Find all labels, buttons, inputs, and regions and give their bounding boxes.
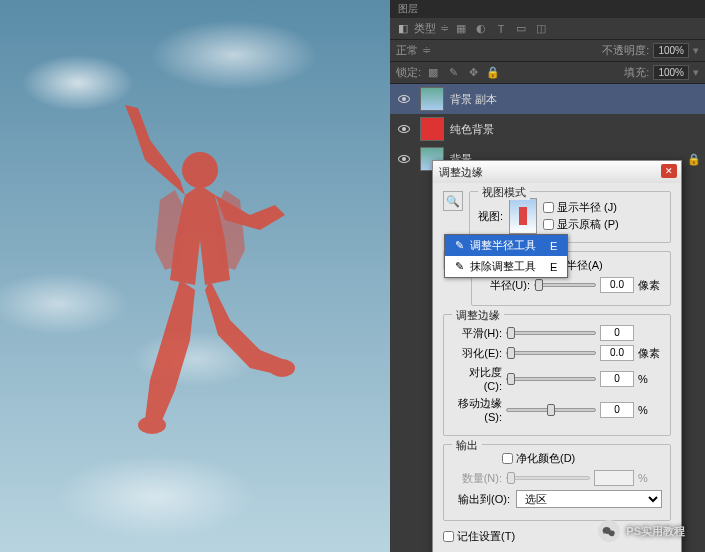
opacity-value[interactable]: 100% <box>653 43 689 58</box>
amount-value <box>594 470 634 486</box>
show-original-check[interactable]: 显示原稿 (P) <box>543 217 619 232</box>
view-mode-select[interactable] <box>509 198 537 234</box>
layer-row[interactable]: 纯色背景 <box>390 114 705 144</box>
refine-brush-icon: ✎ <box>455 239 464 252</box>
contrast-slider[interactable] <box>506 377 596 381</box>
output-legend: 输出 <box>452 438 482 453</box>
shift-value[interactable]: 0 <box>600 402 634 418</box>
lock-transparency-icon[interactable]: ▩ <box>425 65 441 81</box>
lock-move-icon[interactable]: ✥ <box>465 65 481 81</box>
brush-tool-menu: ✎ 调整半径工具 E ✎ 抹除调整工具 E <box>444 234 568 278</box>
output-to-label: 输出到(O): <box>452 492 510 507</box>
dialog-title: 调整边缘 <box>439 165 483 180</box>
show-radius-check[interactable]: 显示半径 (J) <box>543 200 619 215</box>
lock-icon: 🔒 <box>687 153 701 166</box>
zoom-tool-icon[interactable]: 🔍 <box>443 191 463 211</box>
erase-refine-tool-item[interactable]: ✎ 抹除调整工具 E <box>445 256 567 277</box>
fill-label: 填充: <box>624 65 649 80</box>
canvas[interactable] <box>0 0 390 552</box>
smooth-slider[interactable] <box>506 331 596 335</box>
layer-row[interactable]: 背景 副本 <box>390 84 705 114</box>
feather-slider[interactable] <box>506 351 596 355</box>
decontaminate-check[interactable]: 净化颜色(D) <box>502 451 662 466</box>
visibility-toggle[interactable] <box>394 149 414 169</box>
radius-slider[interactable] <box>534 283 596 287</box>
feather-value[interactable]: 0.0 <box>600 345 634 361</box>
filter-shape-icon[interactable]: ▭ <box>513 21 529 37</box>
blend-mode-row: 正常 ≑ 不透明度: 100% ▾ <box>390 40 705 62</box>
view-label: 视图: <box>478 209 503 224</box>
erase-brush-icon: ✎ <box>455 260 464 273</box>
lock-all-icon[interactable]: 🔒 <box>485 65 501 81</box>
lock-brush-icon[interactable]: ✎ <box>445 65 461 81</box>
view-mode-legend: 视图模式 <box>478 185 530 200</box>
filter-type-label: 类型 <box>414 21 436 36</box>
wechat-icon <box>598 520 620 542</box>
selected-subject <box>100 100 300 440</box>
amount-unit: % <box>638 472 662 484</box>
layer-filter-row: ◧ 类型 ≑ ▦ ◐ T ▭ ◫ <box>390 18 705 40</box>
filter-smart-icon[interactable]: ◫ <box>533 21 549 37</box>
radius-label: 半径(U): <box>480 278 530 293</box>
feather-label: 羽化(E): <box>452 346 502 361</box>
dialog-titlebar[interactable]: 调整边缘 ✕ <box>433 161 681 183</box>
contrast-label: 对比度(C): <box>452 365 502 392</box>
lock-row: 锁定: ▩ ✎ ✥ 🔒 填充: 100% ▾ <box>390 62 705 84</box>
amount-label: 数量(N): <box>452 471 502 486</box>
lock-label: 锁定: <box>396 65 421 80</box>
adjust-edge-legend: 调整边缘 <box>452 308 504 323</box>
layers-panel-title: 图层 <box>390 0 705 18</box>
filter-adjust-icon[interactable]: ◐ <box>473 21 489 37</box>
contrast-value[interactable]: 0 <box>600 371 634 387</box>
blend-mode-select[interactable]: 正常 <box>396 43 418 58</box>
layer-name[interactable]: 背景 副本 <box>450 92 497 107</box>
visibility-toggle[interactable] <box>394 119 414 139</box>
fill-value[interactable]: 100% <box>653 65 689 80</box>
layer-thumbnail[interactable] <box>420 87 444 111</box>
refine-radius-tool-item[interactable]: ✎ 调整半径工具 E <box>445 235 567 256</box>
refine-edge-dialog: 调整边缘 ✕ 🔍 视图模式 视图: 显示半径 (J) 显示原稿 (P) ✎ 边 <box>432 160 682 552</box>
shift-unit: % <box>638 404 662 416</box>
svg-point-0 <box>182 152 218 188</box>
svg-point-1 <box>138 416 166 434</box>
filter-pixel-icon[interactable]: ▦ <box>453 21 469 37</box>
smooth-value[interactable]: 0 <box>600 325 634 341</box>
shift-slider[interactable] <box>506 408 596 412</box>
radius-unit: 像素 <box>638 278 662 293</box>
radius-value[interactable]: 0.0 <box>600 277 634 293</box>
visibility-toggle[interactable] <box>394 89 414 109</box>
filter-text-icon[interactable]: T <box>493 21 509 37</box>
amount-slider <box>506 476 590 480</box>
layer-name[interactable]: 纯色背景 <box>450 122 494 137</box>
layer-thumbnail[interactable] <box>420 117 444 141</box>
output-to-select[interactable]: 选区 <box>516 490 662 508</box>
close-icon[interactable]: ✕ <box>661 164 677 178</box>
svg-point-2 <box>269 359 295 377</box>
watermark: PS实用教程 <box>598 520 685 542</box>
contrast-unit: % <box>638 373 662 385</box>
opacity-label: 不透明度: <box>602 43 649 58</box>
shift-label: 移动边缘(S): <box>452 396 502 423</box>
filter-type-icon[interactable]: ◧ <box>396 22 410 36</box>
feather-unit: 像素 <box>638 346 662 361</box>
smooth-label: 平滑(H): <box>452 326 502 341</box>
